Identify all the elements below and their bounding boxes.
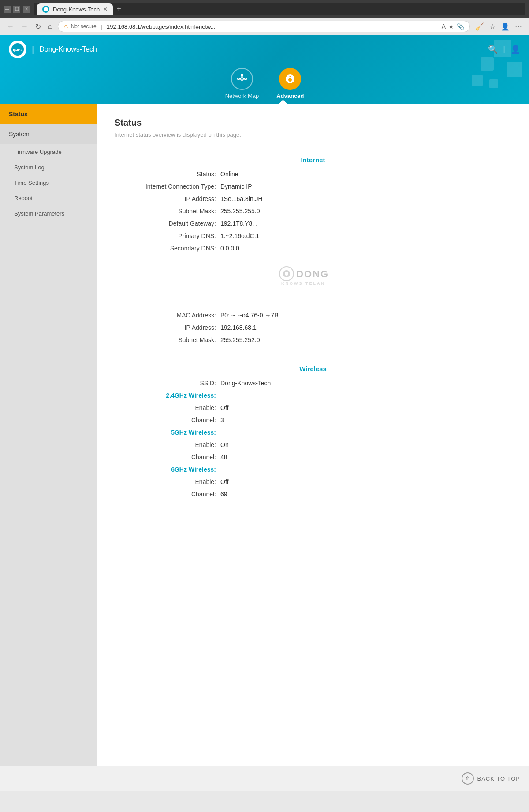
internet-section: Internet Status: Online Internet Connect… <box>115 156 511 252</box>
back-to-top[interactable]: ⇧ BACK TO TOP <box>0 766 529 791</box>
lan-ip-row: IP Address: 192.168.68.1 <box>115 324 511 331</box>
connection-type-label: Internet Connection Type: <box>115 183 220 190</box>
2ghz-header-row: 2.4GHz Wireless: <box>115 392 511 399</box>
primary-dns-row: Primary DNS: 1.~2.16o.dC.1 <box>115 232 511 239</box>
watermark: DONG KNOWS TELAN <box>115 261 511 290</box>
default-gateway-row: Default Gateway: 192.1T8.Y8. . <box>115 220 511 227</box>
subnet-mask-label: Subnet Mask: <box>115 208 220 215</box>
5ghz-channel-row: Channel: 48 <box>115 454 511 461</box>
status-label: Status: <box>115 171 220 178</box>
secondary-dns-row: Secondary DNS: 0.0.0.0 <box>115 245 511 252</box>
svg-point-18 <box>285 272 288 276</box>
sidebar-item-time-settings[interactable]: Time Settings <box>0 175 97 190</box>
lan-ip-label: IP Address: <box>115 324 220 331</box>
mac-address-row: MAC Address: B0: ~..~o4 76-0 →7B <box>115 312 511 319</box>
brand-divider: | <box>32 45 34 55</box>
wireless-section: Wireless SSID: Dong-Knows-Tech 2.4GHz Wi… <box>115 365 511 498</box>
lan-subnet-row: Subnet Mask: 255.255.252.0 <box>115 336 511 343</box>
lan-section: MAC Address: B0: ~..~o4 76-0 →7B IP Addr… <box>115 312 511 343</box>
sidebar: Status System Firmware Upgrade System Lo… <box>0 104 97 766</box>
6ghz-channel-row: Channel: 69 <box>115 491 511 498</box>
2ghz-enable-label: Enable: <box>115 404 220 411</box>
window-controls: — ☐ ✕ <box>4 6 30 13</box>
lan-subnet-value: 255.255.252.0 <box>220 336 260 343</box>
6ghz-header-row: 6GHz Wireless: <box>115 466 511 473</box>
sidebar-item-firmware-upgrade[interactable]: Firmware Upgrade <box>0 144 97 160</box>
back-button[interactable]: ← <box>5 22 16 31</box>
5ghz-channel-label: Channel: <box>115 454 220 461</box>
2ghz-title: 2.4GHz Wireless: <box>115 392 220 399</box>
extensions-button[interactable]: 🧹 <box>473 22 486 32</box>
page-title: Status <box>115 118 511 128</box>
sidebar-item-status[interactable]: Status <box>0 104 97 124</box>
svg-point-9 <box>241 78 243 80</box>
watermark-svg: DONG KNOWS TELAN <box>278 261 348 287</box>
primary-dns-value: 1.~2.16o.dC.1 <box>220 232 259 239</box>
status-value: Online <box>220 171 238 178</box>
sidebar-item-system-parameters[interactable]: System Parameters <box>0 206 97 221</box>
refresh-button[interactable]: ↻ <box>34 22 43 32</box>
secondary-dns-value: 0.0.0.0 <box>220 245 239 252</box>
close-window-button[interactable]: ✕ <box>23 6 30 13</box>
active-tab-arrow <box>278 100 288 104</box>
connection-type-value: Dynamic IP <box>220 183 252 190</box>
5ghz-enable-value: On <box>220 441 229 448</box>
6ghz-channel-label: Channel: <box>115 491 220 498</box>
sidebar-item-reboot[interactable]: Reboot <box>0 190 97 206</box>
more-button[interactable]: ⋯ <box>513 22 524 32</box>
svg-point-0 <box>44 7 48 11</box>
2ghz-enable-row: Enable: Off <box>115 404 511 411</box>
svg-text:KNOWS TELAN: KNOWS TELAN <box>281 281 325 286</box>
advanced-icon <box>279 68 301 90</box>
internet-section-title: Internet <box>115 156 511 164</box>
network-map-icon <box>231 68 253 90</box>
new-tab-button[interactable]: + <box>113 3 125 15</box>
2ghz-channel-label: Channel: <box>115 417 220 424</box>
6ghz-enable-value: Off <box>220 478 228 485</box>
minimize-button[interactable]: — <box>4 6 11 13</box>
svg-rect-1 <box>494 40 511 57</box>
address-text: 192.168.68.1/webpages/index.html#netw... <box>107 23 439 30</box>
sidebar-item-system-log[interactable]: System Log <box>0 160 97 175</box>
tab-close-button[interactable]: ✕ <box>103 6 108 12</box>
forward-button[interactable]: → <box>19 22 30 31</box>
tab-bar: Dong-Knows-Tech ✕ + <box>34 3 525 15</box>
svg-point-11 <box>245 78 246 80</box>
2ghz-channel-row: Channel: 3 <box>115 417 511 424</box>
lan-ip-value: 192.168.68.1 <box>220 324 257 331</box>
mac-address-label: MAC Address: <box>115 312 220 319</box>
tab-advanced[interactable]: Advanced <box>276 68 304 104</box>
tab-advanced-label: Advanced <box>276 93 304 99</box>
home-button[interactable]: ⌂ <box>46 22 54 31</box>
watermark-line1: DONG KNOWS TELAN <box>115 261 511 290</box>
favorites-button[interactable]: ☆ <box>488 22 497 32</box>
ssid-label: SSID: <box>115 380 220 387</box>
star-icon[interactable]: ★ <box>448 23 454 30</box>
brand-logo: tp-link <box>9 41 26 58</box>
sidebar-item-system[interactable]: System <box>0 124 97 144</box>
address-icons: A ★ 📎 <box>442 23 464 30</box>
collections-icon[interactable]: 📎 <box>457 23 464 30</box>
profile-button[interactable]: 👤 <box>499 22 511 32</box>
6ghz-enable-label: Enable: <box>115 478 220 485</box>
address-input[interactable]: ⚠ Not secure | 192.168.68.1/webpages/ind… <box>58 21 470 32</box>
ip-address-value: 1Se.16a.8in.JH <box>220 195 263 202</box>
maximize-button[interactable]: ☐ <box>13 6 20 13</box>
active-tab[interactable]: Dong-Knows-Tech ✕ <box>37 3 113 15</box>
ip-address-row: IP Address: 1Se.16a.8in.JH <box>115 195 511 202</box>
subnet-mask-row: Subnet Mask: 255.255.255.0 <box>115 208 511 215</box>
app-header: tp-link | Dong-Knows-Tech 🔍 | 👤 <box>0 35 529 104</box>
page-subtitle: Internet status overview is displayed on… <box>115 131 511 145</box>
browser-titlebar: — ☐ ✕ Dong-Knows-Tech ✕ + <box>0 0 529 18</box>
section-divider-2 <box>115 354 511 354</box>
svg-text:DONG: DONG <box>296 268 329 279</box>
svg-text:tp-link: tp-link <box>13 48 22 52</box>
5ghz-enable-label: Enable: <box>115 441 220 448</box>
svg-point-12 <box>241 74 243 76</box>
tab-network-map[interactable]: Network Map <box>225 68 259 104</box>
6ghz-channel-value: 69 <box>220 491 227 498</box>
browser-actions: 🧹 ☆ 👤 ⋯ <box>473 22 524 32</box>
ssid-row: SSID: Dong-Knows-Tech <box>115 380 511 387</box>
primary-dns-label: Primary DNS: <box>115 232 220 239</box>
secondary-dns-label: Secondary DNS: <box>115 245 220 252</box>
